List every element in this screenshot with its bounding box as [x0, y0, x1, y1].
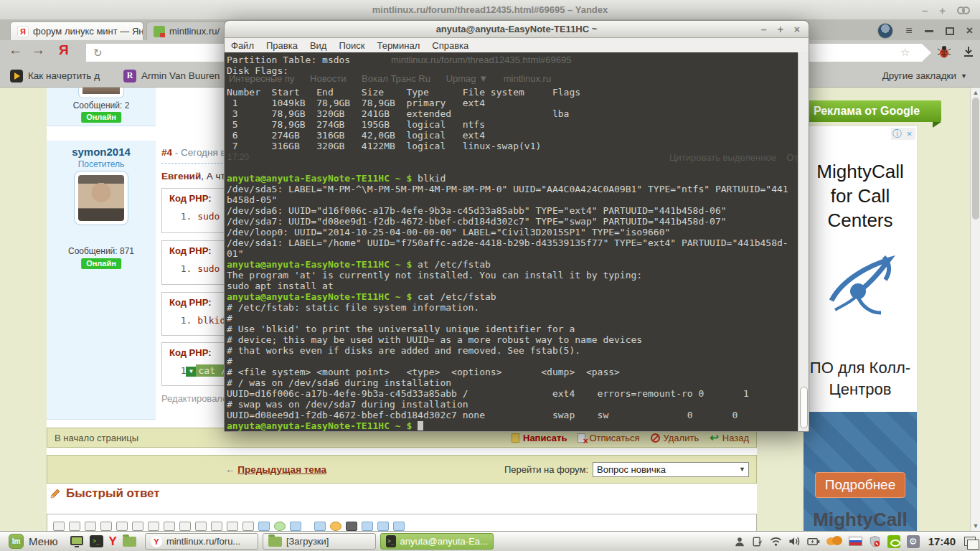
menu-terminal[interactable]: Терминал	[377, 40, 420, 51]
terminal-maximize-button[interactable]: +	[778, 24, 783, 35]
terminal-window[interactable]: anyuta@anyuta-EasyNote-TE11HC ~ – + × Фа…	[224, 20, 809, 432]
format-icon[interactable]	[377, 522, 389, 531]
ad-info-icon[interactable]: ⓘ	[891, 128, 903, 140]
delete-button[interactable]: Удалить	[651, 433, 699, 443]
author-name[interactable]: symon2014	[47, 146, 156, 158]
format-icon[interactable]	[116, 522, 128, 531]
format-icon[interactable]	[362, 522, 373, 531]
terminal-minimize-button[interactable]: –	[761, 24, 767, 35]
quick-reply-editor[interactable]	[47, 514, 757, 531]
format-icon[interactable]	[164, 522, 175, 531]
terminal-body[interactable]: mintlinux.ru/forum/thread12435.html#6969…	[225, 52, 809, 431]
format-icon[interactable]	[100, 522, 112, 531]
format-icon[interactable]	[179, 522, 191, 531]
mint-menu-button[interactable]: lm Меню	[4, 532, 62, 551]
bookmark-item[interactable]: Как начертить д	[10, 65, 118, 87]
format-icon[interactable]	[314, 522, 326, 531]
avatar[interactable]	[74, 171, 128, 225]
nvidia-icon[interactable]	[887, 535, 900, 548]
menu-edit[interactable]: Правка	[266, 40, 298, 51]
scroll-up-icon[interactable]: ▲	[971, 89, 980, 96]
back-button[interactable]: ←	[9, 42, 22, 58]
taskbar-window-terminal[interactable]: >_ anyuta@anyuta-Ea...	[380, 533, 494, 550]
user-icon[interactable]	[734, 536, 745, 547]
format-icon[interactable]	[330, 522, 341, 531]
taskbar-window-downloads[interactable]: [Загрузки]	[263, 533, 376, 550]
show-desktop-icon[interactable]	[70, 535, 84, 548]
settings-gear-icon[interactable]: ⚙	[907, 535, 920, 548]
weather-clouds-icon[interactable]	[826, 536, 842, 547]
browser-maximize-button[interactable]: +	[939, 4, 946, 17]
menu-view[interactable]: Вид	[310, 40, 327, 51]
post-actions: Написать Отписаться Удалить ↩Назад	[512, 431, 749, 444]
to-top-link[interactable]: В начало страницы	[55, 433, 138, 443]
format-icon[interactable]	[242, 522, 254, 531]
window-maximize-icon[interactable]	[946, 27, 954, 35]
profile-avatar[interactable]	[877, 23, 893, 39]
window-minimize-icon[interactable]	[925, 30, 933, 32]
cast-icon[interactable]	[752, 536, 763, 547]
menu-help[interactable]: Справка	[432, 40, 468, 51]
scroll-down-icon[interactable]: ▼	[971, 522, 980, 529]
menu-hamburger-icon[interactable]: ≡	[905, 25, 912, 37]
format-icon[interactable]	[227, 522, 238, 531]
forum-select[interactable]: Вопрос новичка ▼	[593, 462, 749, 477]
format-icon[interactable]	[393, 522, 405, 531]
format-icon[interactable]	[132, 522, 143, 531]
forward-button[interactable]: →	[32, 42, 45, 58]
unsubscribe-icon	[578, 433, 585, 443]
previous-post-user-cell: Сообщений: 2 Онлайн	[47, 88, 156, 126]
format-icon[interactable]	[346, 522, 357, 531]
write-button[interactable]: Написать	[512, 433, 567, 443]
ad-more-button[interactable]: Подробнее	[815, 472, 905, 498]
other-bookmarks-button[interactable]: Другие закладки ▼	[882, 65, 967, 87]
terminal-scrollbar-thumb[interactable]	[800, 387, 808, 428]
terminal-launcher-icon[interactable]: >_	[90, 535, 103, 547]
terminal-titlebar[interactable]: anyuta@anyuta-EasyNote-TE11HC ~ – + ×	[225, 21, 809, 38]
back-button-forum[interactable]: ↩Назад	[710, 431, 749, 444]
format-icon[interactable]	[258, 522, 270, 531]
format-icon[interactable]	[274, 522, 286, 531]
previous-topic-link[interactable]: ← Предыдущая тема	[225, 464, 326, 475]
terminal-line: /dev/sda6: UUID="d16f006c-a17b-4efe-9b3a…	[227, 205, 809, 216]
bookmark-item[interactable]: R Armin Van Buuren	[123, 65, 231, 87]
google-ad[interactable]: ⓘ × MightyCall for Call Centers ПО для К…	[804, 126, 917, 531]
scrollbar-thumb[interactable]	[972, 98, 979, 220]
downloads-icon[interactable]	[961, 44, 976, 62]
menu-file[interactable]: Файл	[231, 40, 254, 51]
ad-close-icon[interactable]: ×	[903, 128, 915, 140]
firewall-shield-icon[interactable]	[869, 535, 881, 548]
window-close-icon[interactable]: ×	[966, 25, 973, 37]
format-icon[interactable]	[306, 522, 310, 531]
yandex-launcher-icon[interactable]: Y	[109, 535, 117, 547]
keyboard-layout-ru-flag-icon[interactable]	[849, 537, 862, 546]
dropdown-icon[interactable]: ▼	[186, 367, 196, 377]
yandex-home-icon[interactable]: Я	[59, 42, 69, 58]
format-icon[interactable]	[211, 522, 222, 531]
menu-search[interactable]: Поиск	[339, 40, 364, 51]
tab-yandex-search[interactable]: Я форум линукс минт — Янд	[10, 22, 143, 40]
battery-icon[interactable]	[807, 537, 820, 547]
bookmark-star-icon[interactable]: ☆	[900, 46, 910, 59]
quick-reply-title: Быстрый ответ	[66, 486, 160, 501]
desktop: mintlinux.ru/forum/thread12435.html#6969…	[0, 0, 980, 551]
format-icon[interactable]	[85, 522, 96, 531]
browser-titlebar[interactable]: mintlinux.ru/forum/thread12435.html#6969…	[0, 0, 980, 20]
unsubscribe-button[interactable]: Отписаться	[578, 433, 639, 443]
workspaces-icon[interactable]	[964, 537, 976, 546]
format-icon[interactable]	[69, 522, 80, 531]
page-scrollbar[interactable]: ▲ ▼	[970, 88, 980, 531]
reload-icon[interactable]: ↻	[93, 47, 103, 60]
format-icon[interactable]	[290, 522, 301, 531]
adblock-bug-icon[interactable]	[937, 44, 951, 62]
taskbar-window-mintlinux[interactable]: Y mintlinux.ru/foru...	[145, 533, 258, 550]
volume-icon[interactable]	[788, 536, 801, 547]
format-icon[interactable]	[195, 522, 207, 531]
format-icon[interactable]	[148, 522, 159, 531]
terminal-scrollbar[interactable]	[798, 52, 809, 431]
format-icon[interactable]	[53, 522, 65, 531]
browser-minimize-button[interactable]: –	[922, 4, 928, 17]
wifi-icon[interactable]	[770, 536, 782, 547]
files-launcher-icon[interactable]	[123, 537, 136, 547]
terminal-close-button[interactable]: ×	[794, 24, 800, 35]
